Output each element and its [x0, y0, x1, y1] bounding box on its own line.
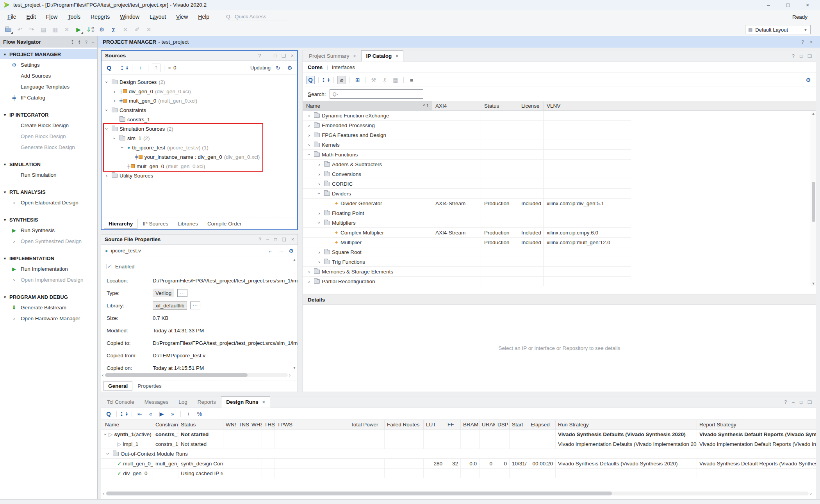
- catalog-row[interactable]: ›Kernels: [303, 140, 631, 150]
- column-header-total-power[interactable]: Total Power: [348, 420, 384, 429]
- column-header-dsp[interactable]: DSP: [495, 420, 509, 429]
- catalog-row[interactable]: ›Floating Point: [303, 208, 631, 218]
- tree-row[interactable]: ›Utility Sources: [102, 171, 297, 180]
- float-icon[interactable]: ❏: [808, 399, 812, 405]
- help-icon[interactable]: ?: [85, 40, 87, 44]
- close-icon[interactable]: ×: [291, 53, 294, 59]
- column-header-report-strategy[interactable]: Report Strategy: [697, 420, 816, 429]
- tab-properties[interactable]: Properties: [133, 382, 166, 390]
- expand-all-icon[interactable]: ▲▼: [78, 40, 81, 44]
- runs-group-row[interactable]: ›Out-of-Context Module Runs: [101, 449, 816, 459]
- scroll-track[interactable]: [812, 115, 815, 282]
- column-header-status[interactable]: Status: [178, 420, 223, 429]
- chevron-expander-icon[interactable]: ›: [104, 173, 110, 179]
- gear-icon[interactable]: ⚙: [804, 76, 813, 84]
- menu-layout[interactable]: Layout: [144, 11, 171, 22]
- column-header-axi4[interactable]: AXI4: [432, 101, 481, 110]
- forward-arrow-icon[interactable]: →: [278, 248, 283, 254]
- help-icon[interactable]: ?: [784, 399, 787, 405]
- scroll-thumb[interactable]: [106, 492, 612, 495]
- flow-section-project-manager[interactable]: ▾PROJECT MANAGER: [0, 49, 97, 59]
- sidebar-item-open-implemented-design[interactable]: ›Open Implemented Design: [0, 274, 97, 285]
- menu-tools[interactable]: Tools: [62, 11, 86, 22]
- maximize-icon[interactable]: □: [274, 237, 277, 242]
- chevron-expander-icon[interactable]: ›: [112, 89, 118, 94]
- help-icon[interactable]: ?: [801, 39, 804, 45]
- chevron-expander-icon[interactable]: ›: [306, 279, 312, 284]
- sidebar-item-open-elaborated-design[interactable]: ›Open Elaborated Design: [0, 197, 97, 208]
- chevron-expander-icon[interactable]: ›: [316, 220, 322, 226]
- chevron-expander-icon[interactable]: ›: [104, 107, 110, 113]
- catalog-row[interactable]: ›Embedded Processing: [303, 121, 631, 130]
- column-header-constraints[interactable]: Constraints: [153, 420, 178, 429]
- catalog-row[interactable]: ›Multipliers: [303, 218, 631, 228]
- column-header-license[interactable]: License: [518, 101, 543, 110]
- ellipsis-button[interactable]: ···: [177, 289, 187, 297]
- tab-libraries[interactable]: Libraries: [173, 219, 202, 228]
- catalog-row[interactable]: ›Dividers: [303, 189, 631, 199]
- sidebar-item-run-synthesis[interactable]: ▶Run Synthesis: [0, 225, 97, 236]
- column-header-bram[interactable]: BRAM: [460, 420, 479, 429]
- chevron-expander-icon[interactable]: ›: [316, 249, 322, 255]
- chevron-expander-icon[interactable]: ›: [103, 431, 109, 437]
- scroll-thumb[interactable]: [105, 373, 248, 377]
- tab-tcl-console[interactable]: Tcl Console: [102, 396, 139, 408]
- go-first-icon[interactable]: ⇤: [135, 410, 144, 418]
- column-header-tpws[interactable]: TPWS: [275, 420, 348, 429]
- open-project-button[interactable]: ◢: [3, 25, 13, 34]
- catalog-row[interactable]: ✦Divider GeneratorAXI4-StreamProductionI…: [303, 199, 631, 208]
- runs-row[interactable]: ›▷synth_1 (active)constrs_1Not startedVi…: [101, 429, 816, 439]
- column-header-tns[interactable]: TNS: [236, 420, 249, 429]
- chevron-expander-icon[interactable]: ›: [105, 451, 111, 457]
- tab-general[interactable]: General: [103, 381, 132, 391]
- column-header-wns[interactable]: WNS: [223, 420, 236, 429]
- sidebar-item-run-implementation[interactable]: ▶Run Implementation: [0, 263, 97, 274]
- search-icon[interactable]: Q: [306, 76, 315, 84]
- tree-row[interactable]: ›●tb_ipcore_test (ipcore_test.v) (1): [102, 143, 297, 152]
- scroll-thumb[interactable]: [812, 182, 815, 222]
- chevron-expander-icon[interactable]: ›: [112, 98, 118, 104]
- catalog-vertical-scrollbar[interactable]: ▲ ▼: [811, 111, 816, 286]
- scroll-left-icon[interactable]: ‹: [102, 372, 104, 378]
- tab-hierarchy[interactable]: Hierarchy: [104, 219, 137, 229]
- tree-row[interactable]: ╪mult_gen_0 (mult_gen_0.xci): [102, 161, 297, 171]
- scroll-right-icon[interactable]: ›: [289, 372, 291, 378]
- column-header-failed-routes[interactable]: Failed Routes: [384, 420, 423, 429]
- step-forward-icon[interactable]: »: [168, 410, 177, 418]
- chevron-expander-icon[interactable]: ›: [316, 181, 322, 187]
- help-icon[interactable]: ?: [259, 237, 262, 242]
- tree-row[interactable]: ›╪div_gen_0 (div_gen_0.xci): [102, 87, 297, 96]
- minimize-icon[interactable]: –: [92, 40, 94, 44]
- quick-access-input[interactable]: Q- Quick Access: [225, 12, 287, 21]
- chevron-expander-icon[interactable]: ›: [316, 210, 322, 216]
- chevron-expander-icon[interactable]: ›: [306, 113, 312, 119]
- tree-row[interactable]: ›╪mult_gen_0 (mult_gen_0.xci): [102, 96, 297, 105]
- run-icon[interactable]: ▶: [157, 410, 166, 418]
- field-value-box[interactable]: xil_defaultlib: [153, 301, 187, 310]
- scroll-track[interactable]: [105, 373, 288, 377]
- step-back-icon[interactable]: «: [146, 410, 155, 418]
- collapse-all-icon[interactable]: ▼▲: [121, 66, 123, 70]
- flow-section-implementation[interactable]: ▾IMPLEMENTATION: [0, 253, 97, 263]
- settings-button[interactable]: ⚙: [97, 25, 107, 34]
- add-icon[interactable]: +: [136, 64, 144, 72]
- runs-row[interactable]: ✓mult_gen_0_synth_1mult_gen_0synth_desig…: [101, 459, 816, 469]
- maximize-icon[interactable]: □: [274, 53, 276, 59]
- sidebar-item-open-block-design[interactable]: Open Block Design: [0, 131, 97, 142]
- catalog-row[interactable]: ›Conversions: [303, 169, 631, 179]
- column-header-whs[interactable]: WHS: [249, 420, 262, 429]
- tab-design-runs[interactable]: Design Runs×: [221, 396, 270, 408]
- menu-view[interactable]: View: [171, 11, 193, 22]
- expand-all-icon[interactable]: ▲▼: [125, 412, 128, 416]
- chevron-expander-icon[interactable]: ›: [316, 171, 322, 177]
- scroll-right-icon[interactable]: ›: [810, 490, 812, 496]
- details-icon[interactable]: ■: [407, 76, 416, 84]
- chevron-expander-icon[interactable]: ›: [306, 122, 312, 128]
- sidebar-item-generate-block-design[interactable]: Generate Block Design: [0, 142, 97, 153]
- refresh-icon[interactable]: ↻: [274, 64, 282, 72]
- details-header[interactable]: Details: [303, 295, 816, 305]
- tab-ip-sources[interactable]: IP Sources: [138, 219, 173, 228]
- scroll-left-icon[interactable]: ‹: [103, 490, 105, 496]
- minimize-icon[interactable]: –: [765, 2, 772, 8]
- runs-row[interactable]: ▷impl_1constrs_1Not startedVivado Implem…: [101, 439, 816, 449]
